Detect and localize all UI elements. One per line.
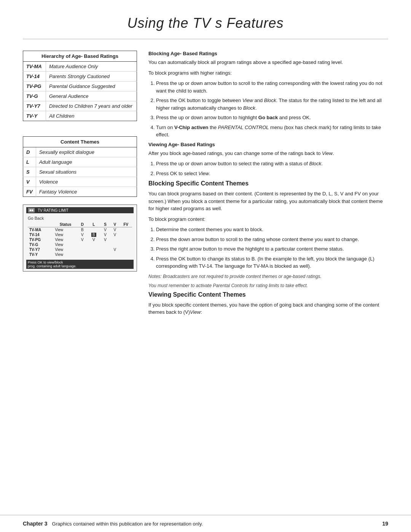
viewing-age-step-1: Press the up or down arrow button to sel… <box>156 160 388 168</box>
tv-screen-body: Go Back Status D L S V FV <box>26 215 134 258</box>
blocking-content-note1: Notes: Broadcasters are not required to … <box>148 273 388 280</box>
tv-screen-row: TV-14 View V B V V <box>28 232 132 237</box>
viewing-age-step-2: Press OK to select View. <box>156 170 388 177</box>
main-content: Hierarchy of Age- Based Ratings TV-MAMat… <box>0 39 411 331</box>
blocking-age-pre-list: To block programs with higher ratings: <box>148 69 388 77</box>
theme-code: S <box>23 167 36 177</box>
tv-screen: ■■ TV RATING LIMIT Go Back Status D L S <box>23 204 137 272</box>
rating-code: TV-14 <box>23 72 46 81</box>
blocking-content-step-2: Press the down arrow button to scroll to… <box>156 236 388 243</box>
ratings-table-row: TV-MAMature Audience Only <box>23 62 137 72</box>
themes-table: Content Themes DSexually explicit dialog… <box>23 136 137 197</box>
ratings-table-header: Hierarchy of Age- Based Ratings <box>23 51 137 62</box>
tv-screen-row: TV-Y7 View V <box>28 247 132 252</box>
theme-desc: Adult language <box>36 157 137 167</box>
theme-desc: Violence <box>36 177 137 187</box>
themes-table-row: SSexual situations <box>23 167 137 177</box>
ratings-table-row: TV-PGParental Guidance Suggested <box>23 81 137 91</box>
footer-chapter: Chapter 3 <box>23 521 48 527</box>
rating-code: TV-MA <box>23 62 46 72</box>
theme-code: L <box>23 157 36 167</box>
rating-desc: Parental Guidance Suggested <box>46 81 137 91</box>
rating-code: TV-G <box>23 91 46 101</box>
rating-desc: General Audience <box>46 91 137 101</box>
blocking-age-step-3: Press the up or down arrow button to hig… <box>156 114 388 121</box>
right-column: Blocking Age- Based Ratings You can auto… <box>148 51 388 319</box>
page-header: Using the TV s Features <box>23 0 388 39</box>
blocking-content-note2: You must remember to activate Parental C… <box>148 282 388 289</box>
col-status: Status <box>54 222 78 227</box>
tv-screen-row: TV-MA View B V V <box>28 227 132 233</box>
left-column: Hierarchy of Age- Based Ratings TV-MAMat… <box>23 51 137 319</box>
theme-code: FV <box>23 187 36 197</box>
col-l: L <box>87 222 100 227</box>
blocking-content-steps: Determine the content themes you want to… <box>156 226 388 270</box>
tv-screen-row: TV-G View <box>28 242 132 247</box>
tv-screen-goback: Go Back <box>28 216 132 220</box>
theme-desc: Sexual situations <box>36 167 137 177</box>
themes-table-row: DSexually explicit dialogue <box>23 147 137 157</box>
blocking-age-step-2: Press the OK button to toggle between Vi… <box>156 97 388 112</box>
viewing-age-intro: After you block age-based ratings, you c… <box>148 150 388 157</box>
col-v: V <box>110 222 119 227</box>
themes-table-header: Content Themes <box>23 137 137 147</box>
rating-code: TV-Y7 <box>23 101 46 111</box>
blocking-content-pre-list: To block program content: <box>148 216 388 223</box>
themes-table-row: LAdult language <box>23 157 137 167</box>
page-title: Using the TV s Features <box>23 15 388 31</box>
rating-desc: Mature Audience Only <box>46 62 137 72</box>
page-footer: Chapter 3 Graphics contained within this… <box>0 515 411 532</box>
ratings-table: Hierarchy of Age- Based Ratings TV-MAMat… <box>23 51 137 121</box>
col-fv: FV <box>120 222 132 227</box>
viewing-content-title: Viewing Specific Content Themes <box>148 291 388 298</box>
footer-description: Graphics contained within this publicati… <box>52 521 382 527</box>
blocking-age-steps: Press the up or down arrow button to scr… <box>156 80 388 139</box>
viewing-age-title: Viewing Age- Based Ratings <box>148 142 388 147</box>
blocking-age-step-1: Press the up or down arrow button to scr… <box>156 80 388 94</box>
tv-screen-footer: Press OK to view/blockprog. containing a… <box>26 260 134 269</box>
tv-screen-table: Status D L S V FV TV-MA View B V <box>28 222 132 257</box>
ratings-table-row: TV-14Parents Strongly Cautioned <box>23 72 137 81</box>
rating-desc: Directed to Children 7 years and older <box>46 101 137 111</box>
ratings-table-row: TV-Y7Directed to Children 7 years and ol… <box>23 101 137 111</box>
tv-screen-header: ■■ TV RATING LIMIT <box>26 207 134 213</box>
rating-code: TV-Y <box>23 111 46 121</box>
blocking-age-intro: You can automatically block all program … <box>148 59 388 66</box>
blocking-content-step-4: Press the OK button to change its status… <box>156 255 388 270</box>
rating-desc: All Children <box>46 111 137 121</box>
rating-code: TV-PG <box>23 81 46 91</box>
blocking-content-step-1: Determine the content themes you want to… <box>156 226 388 233</box>
blocking-age-step-4: Turn on V-Chip activen the PARENTAL CONT… <box>156 124 388 139</box>
blocking-content-intro: You can block programs based on their co… <box>148 190 388 212</box>
col-d: D <box>78 222 87 227</box>
col-s: S <box>100 222 110 227</box>
blocking-age-title: Blocking Age- Based Ratings <box>148 51 388 56</box>
blocking-content-step-3: Press the right arrow button to move the… <box>156 245 388 253</box>
tv-screen-title: TV RATING LIMIT <box>38 208 68 212</box>
themes-table-row: VViolence <box>23 177 137 187</box>
theme-desc: Sexually explicit dialogue <box>36 147 137 157</box>
footer-page-number: 19 <box>382 521 388 527</box>
tv-logo: ■■ <box>28 208 35 212</box>
theme-code: V <box>23 177 36 187</box>
themes-table-row: FVFantasy Violence <box>23 187 137 197</box>
viewing-age-steps: Press the up or down arrow button to sel… <box>156 160 388 177</box>
ratings-table-row: TV-YAll Children <box>23 111 137 121</box>
tv-screen-row: TV-Y View <box>28 252 132 257</box>
page-container: Using the TV s Features Hierarchy of Age… <box>0 0 411 532</box>
theme-code: D <box>23 147 36 157</box>
rating-desc: Parents Strongly Cautioned <box>46 72 137 81</box>
ratings-table-row: TV-GGeneral Audience <box>23 91 137 101</box>
viewing-content-intro: If you block specific content themes, yo… <box>148 301 388 316</box>
tv-screen-row: TV-PG View V V V <box>28 237 132 242</box>
blocking-content-title: Blocking Specific Content Themes <box>148 180 388 187</box>
theme-desc: Fantasy Violence <box>36 187 137 197</box>
